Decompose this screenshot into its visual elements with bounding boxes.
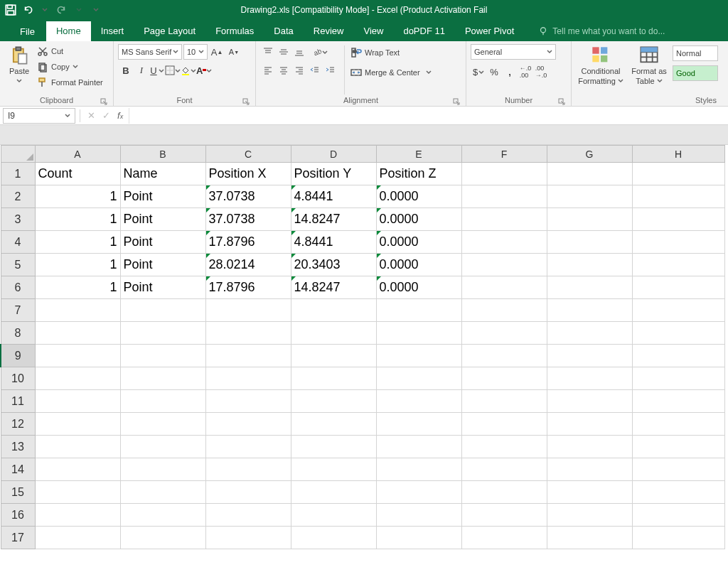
cell[interactable] [632, 231, 724, 254]
cell[interactable] [291, 504, 376, 527]
cell[interactable] [547, 367, 632, 390]
row-header[interactable]: 17 [1, 527, 35, 549]
cell[interactable] [291, 413, 376, 436]
tab-page-layout[interactable]: Page Layout [134, 21, 205, 41]
cell[interactable] [547, 436, 632, 458]
cell[interactable] [461, 481, 547, 504]
cell[interactable] [461, 345, 547, 367]
cell[interactable] [632, 299, 724, 322]
cell[interactable]: 14.8247 [291, 208, 376, 231]
tab-insert[interactable]: Insert [91, 21, 134, 41]
cell[interactable] [461, 231, 547, 254]
cell[interactable] [547, 231, 632, 254]
cell[interactable] [376, 504, 461, 527]
cell[interactable] [120, 481, 205, 504]
cell[interactable] [461, 185, 547, 208]
cell[interactable] [35, 413, 120, 436]
cell[interactable] [291, 527, 376, 549]
cell[interactable] [35, 322, 120, 345]
row-header[interactable]: 11 [1, 390, 35, 413]
cell[interactable] [35, 345, 120, 367]
row-header[interactable]: 3 [1, 208, 35, 231]
cell[interactable] [35, 367, 120, 390]
cell[interactable] [461, 458, 547, 481]
cell[interactable]: 4.8441 [291, 185, 376, 208]
row-header[interactable]: 4 [1, 231, 35, 254]
undo-dropdown-icon[interactable] [38, 4, 51, 16]
row-header[interactable]: 16 [1, 504, 35, 527]
cell[interactable]: Point [120, 254, 205, 276]
font-size-selector[interactable]: 10 [183, 44, 208, 60]
cell[interactable] [547, 276, 632, 299]
row-header[interactable]: 12 [1, 413, 35, 436]
cell[interactable] [120, 322, 205, 345]
column-header[interactable]: B [120, 146, 205, 163]
cell[interactable]: 0.0000 [376, 276, 461, 299]
cell[interactable] [632, 163, 724, 185]
tab-home[interactable]: Home [46, 21, 91, 41]
cell[interactable] [120, 367, 205, 390]
spreadsheet-grid[interactable]: ABCDEFGH1CountNamePosition XPosition YPo… [0, 145, 728, 549]
cell[interactable] [291, 345, 376, 367]
row-header[interactable]: 13 [1, 436, 35, 458]
merge-center-button[interactable]: Merge & Center [350, 64, 432, 81]
percent-button[interactable]: % [486, 64, 502, 80]
increase-indent-icon[interactable] [323, 63, 338, 78]
cell[interactable] [205, 413, 291, 436]
number-format-selector[interactable]: General [471, 44, 556, 60]
cell[interactable]: Count [35, 163, 120, 185]
column-header[interactable]: D [291, 146, 376, 163]
tab-data[interactable]: Data [264, 21, 303, 41]
cell[interactable] [35, 299, 120, 322]
column-header[interactable]: H [632, 146, 724, 163]
cell[interactable] [120, 504, 205, 527]
cell[interactable]: 17.8796 [205, 231, 291, 254]
column-header[interactable]: A [35, 146, 120, 163]
row-header[interactable]: 1 [1, 163, 35, 185]
cell[interactable] [547, 299, 632, 322]
tab-power-pivot[interactable]: Power Pivot [455, 21, 524, 41]
row-header[interactable]: 10 [1, 367, 35, 390]
cell[interactable] [461, 504, 547, 527]
orientation-button[interactable]: ab [307, 44, 333, 60]
align-left-icon[interactable] [260, 63, 276, 78]
cell[interactable] [461, 299, 547, 322]
redo-dropdown-icon[interactable] [73, 4, 85, 16]
cell[interactable] [376, 481, 461, 504]
dialog-launcher-icon[interactable] [100, 98, 107, 105]
row-header[interactable]: 6 [1, 276, 35, 299]
cell[interactable] [120, 299, 205, 322]
cell[interactable] [120, 345, 205, 367]
cell[interactable]: Position Z [376, 163, 461, 185]
increase-decimal-icon[interactable]: ←.0.00 [518, 64, 533, 80]
column-header[interactable]: E [376, 146, 461, 163]
name-box[interactable]: I9 [3, 108, 75, 124]
cell[interactable]: Point [120, 276, 205, 299]
column-header[interactable]: F [461, 146, 547, 163]
align-top-icon[interactable] [260, 44, 276, 60]
cell[interactable]: 4.8441 [291, 231, 376, 254]
cut-button[interactable]: Cut [37, 44, 103, 58]
cell[interactable] [547, 254, 632, 276]
column-header[interactable]: C [205, 146, 291, 163]
cell[interactable] [547, 458, 632, 481]
increase-font-icon[interactable]: A▲ [209, 44, 225, 60]
cell[interactable] [632, 504, 724, 527]
cell[interactable] [547, 527, 632, 549]
style-normal[interactable]: Normal [673, 45, 718, 61]
row-header[interactable]: 2 [1, 185, 35, 208]
cell[interactable] [376, 345, 461, 367]
cell[interactable]: 1 [35, 185, 120, 208]
comma-button[interactable]: , [502, 64, 518, 80]
cell[interactable] [461, 413, 547, 436]
wrap-text-button[interactable]: abWrap Text [350, 44, 432, 61]
cell[interactable] [461, 254, 547, 276]
cell[interactable] [632, 367, 724, 390]
cell[interactable] [461, 390, 547, 413]
cell[interactable] [547, 208, 632, 231]
cell[interactable] [291, 299, 376, 322]
cell[interactable] [632, 254, 724, 276]
column-header[interactable]: G [547, 146, 632, 163]
cell[interactable]: 20.3403 [291, 254, 376, 276]
undo-icon[interactable] [21, 4, 34, 16]
